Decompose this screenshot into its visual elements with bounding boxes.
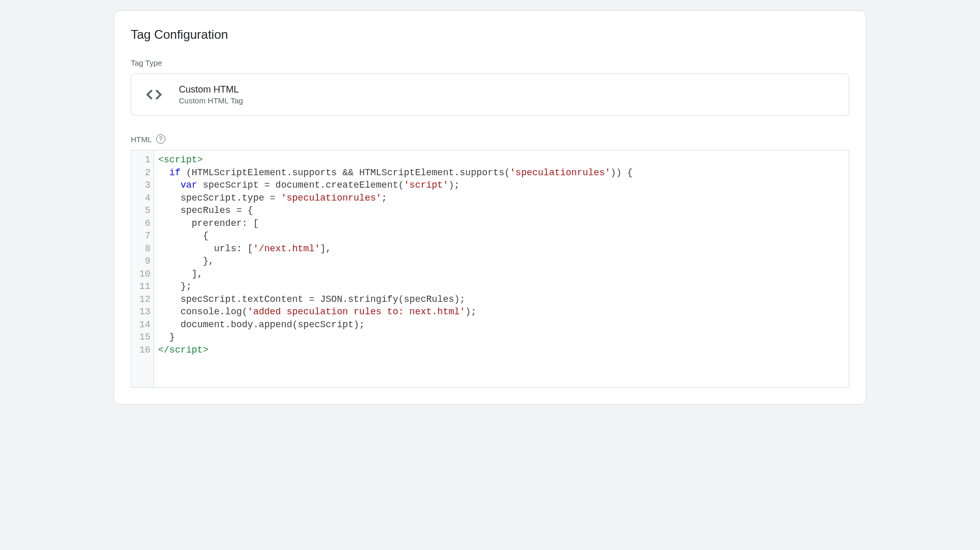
line-number: 9 xyxy=(134,255,150,268)
line-number: 7 xyxy=(134,230,150,242)
code-line[interactable]: </script> xyxy=(158,344,845,357)
code-content[interactable]: <script> if (HTMLScriptElement.supports … xyxy=(154,150,849,387)
tag-configuration-card: Tag Configuration Tag Type Custom HTML C… xyxy=(114,10,866,405)
code-line[interactable]: }; xyxy=(158,280,845,293)
code-line[interactable]: prerender: [ xyxy=(158,217,845,230)
code-line[interactable]: specScript.type = 'speculationrules'; xyxy=(158,192,845,205)
tag-type-selector[interactable]: Custom HTML Custom HTML Tag xyxy=(131,73,849,116)
code-line[interactable]: { xyxy=(158,230,845,242)
code-line[interactable]: if (HTMLScriptElement.supports && HTMLSc… xyxy=(158,166,845,179)
html-code-editor[interactable]: 12345678910111213141516 <script> if (HTM… xyxy=(131,150,849,388)
help-icon[interactable]: ? xyxy=(156,134,165,144)
tag-type-text: Custom HTML Custom HTML Tag xyxy=(179,84,243,105)
html-label-text: HTML xyxy=(131,135,152,144)
line-number: 16 xyxy=(134,344,150,357)
code-line[interactable]: specRules = { xyxy=(158,204,845,217)
line-number: 8 xyxy=(134,242,150,255)
tag-type-subtitle: Custom HTML Tag xyxy=(179,96,243,105)
line-number: 10 xyxy=(134,268,150,281)
line-number: 13 xyxy=(134,305,150,318)
line-number: 4 xyxy=(134,192,150,205)
code-icon xyxy=(144,84,164,105)
code-line[interactable]: specScript.textContent = JSON.stringify(… xyxy=(158,293,845,306)
line-number: 6 xyxy=(134,217,150,230)
tag-type-title: Custom HTML xyxy=(179,84,243,95)
code-line[interactable]: var specScript = document.createElement(… xyxy=(158,179,845,192)
code-line[interactable]: console.log('added speculation rules to:… xyxy=(158,305,845,318)
line-number: 15 xyxy=(134,331,150,344)
code-line[interactable]: }, xyxy=(158,255,845,268)
line-number: 12 xyxy=(134,293,150,306)
line-number: 2 xyxy=(134,166,150,179)
line-number: 1 xyxy=(134,154,150,166)
html-field-label: HTML ? xyxy=(131,134,849,144)
code-line[interactable]: ], xyxy=(158,268,845,281)
code-line[interactable]: urls: ['/next.html'], xyxy=(158,242,845,255)
code-line[interactable]: document.body.append(specScript); xyxy=(158,318,845,331)
section-title: Tag Configuration xyxy=(131,27,849,42)
code-line[interactable]: } xyxy=(158,331,845,344)
line-number: 14 xyxy=(134,318,150,331)
line-number: 5 xyxy=(134,204,150,217)
code-gutter: 12345678910111213141516 xyxy=(131,150,154,387)
line-number: 11 xyxy=(134,280,150,293)
code-line[interactable]: <script> xyxy=(158,154,845,166)
tag-type-label: Tag Type xyxy=(131,58,849,67)
line-number: 3 xyxy=(134,179,150,192)
